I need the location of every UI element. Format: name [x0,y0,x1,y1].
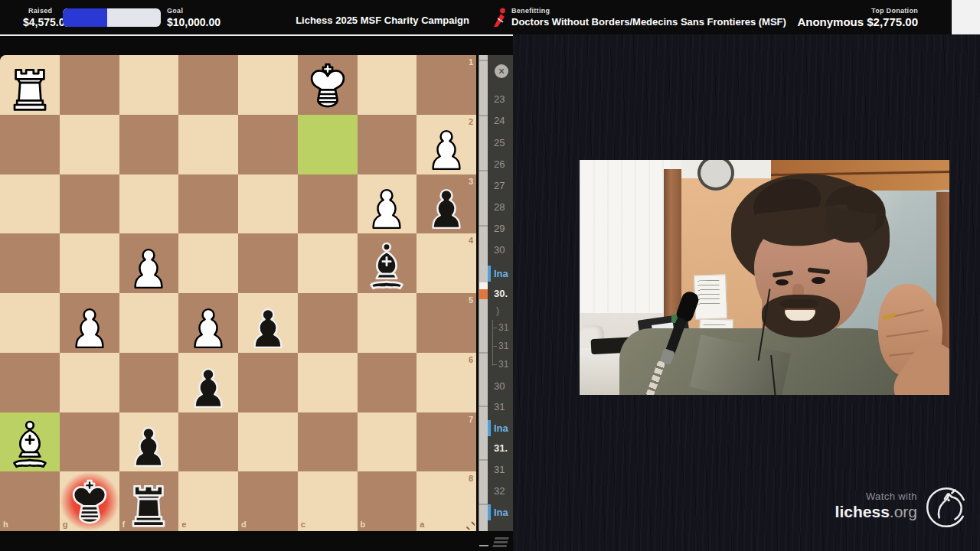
square-b5[interactable] [358,293,417,353]
file-label-h: h [3,520,8,529]
move-list-item[interactable]: 29 [494,222,505,236]
move-list-item[interactable]: 24 [494,114,505,128]
move-list-item[interactable]: 31 [494,400,505,414]
move-annotation-badge[interactable]: Ina [488,267,508,281]
square-e2[interactable] [178,115,238,174]
move-list-item[interactable]: 30 [494,243,505,257]
piece-white-pawn-a2[interactable] [422,122,471,171]
piece-white-king-c1[interactable] [300,59,355,114]
watermark-brand: lichess [835,503,890,520]
piece-white-pawn-g5[interactable] [65,300,114,349]
square-f5[interactable] [119,293,179,353]
move-list-item[interactable]: 31 [498,321,508,334]
square-e3[interactable] [178,174,238,234]
square-e7[interactable] [178,412,238,472]
square-h2[interactable] [0,115,60,174]
square-f1[interactable] [119,55,179,115]
square-d7[interactable] [238,412,298,472]
move-list-item[interactable]: 31. [494,442,508,455]
square-b2[interactable] [358,115,417,174]
raised-label: Raised [28,7,52,15]
square-a5[interactable]: 5 [416,293,476,353]
square-g2[interactable] [60,115,119,174]
square-f6[interactable] [119,353,179,412]
square-a1[interactable]: 1 [416,55,476,115]
square-g6[interactable] [60,353,119,412]
square-d3[interactable] [238,174,298,234]
move-list-item[interactable]: 32 [494,484,505,498]
campaign-title: Lichess 2025 MSF Charity Campaign [245,15,469,26]
square-b7[interactable] [358,412,417,472]
square-c5[interactable] [298,293,358,353]
piece-black-bishop-b4[interactable] [359,237,414,292]
square-g1[interactable] [60,55,119,115]
move-list-item[interactable]: 30 [494,380,505,393]
square-h4[interactable] [0,233,60,293]
square-e8[interactable]: e [178,471,238,531]
square-a4[interactable]: 4 [416,233,476,293]
square-c6[interactable] [298,353,358,412]
piece-black-pawn-d5[interactable] [243,300,292,349]
square-d2[interactable] [238,115,298,174]
square-d1[interactable] [238,55,298,115]
piece-white-pawn-e5[interactable] [184,300,233,349]
square-b8[interactable]: b [358,471,417,531]
move-list-item[interactable]: 26 [494,158,505,171]
top-donation-value: Anonymous $2,775.00 [797,15,918,28]
piece-black-pawn-a3[interactable] [422,181,471,230]
webcam-video [580,160,949,395]
move-list-item[interactable]: 31 [494,463,505,477]
square-c2[interactable] [298,115,358,174]
variation-line [492,320,493,366]
square-c7[interactable] [298,412,358,472]
piece-black-pawn-f7[interactable] [124,419,173,468]
piece-white-pawn-b3[interactable] [362,181,411,230]
square-d8[interactable]: d [238,471,298,531]
square-d4[interactable] [238,233,298,293]
move-list-item[interactable]: ) [496,304,499,318]
watermark-prefix: Watch with [796,491,917,502]
move-list-item[interactable]: 27 [494,179,505,193]
square-f3[interactable] [119,174,179,234]
square-c3[interactable] [298,174,358,234]
square-e4[interactable] [178,233,238,293]
piece-black-king-g8[interactable] [62,475,117,530]
move-annotation-badge[interactable]: Ina [488,506,508,520]
wall-paper-note [694,274,727,319]
chess-board[interactable]: a8bcdefgh7654321 [0,55,476,531]
piece-black-rook-f8[interactable] [121,475,176,530]
square-h5[interactable] [0,293,60,353]
analysis-move-panel: ✕ 2324252627282930Ina30.)3131313031Ina31… [488,55,513,531]
square-h8[interactable]: h [0,471,60,531]
move-list-item[interactable]: 28 [494,201,505,214]
square-f2[interactable] [119,115,179,174]
move-list-item[interactable]: 31 [498,357,508,371]
square-h3[interactable] [0,174,60,234]
move-list-item[interactable]: 31 [498,339,508,353]
square-g4[interactable] [60,233,119,293]
square-h6[interactable] [0,353,60,412]
move-list-item[interactable]: 25 [494,136,505,150]
square-c4[interactable] [298,233,358,293]
close-icon[interactable]: ✕ [495,64,508,78]
square-a7[interactable]: 7 [416,412,476,472]
square-a6[interactable]: 6 [416,353,476,412]
piece-white-bishop-h7[interactable] [2,416,57,471]
square-a8[interactable]: a8 [416,471,476,531]
donation-progress-bar [63,8,161,27]
piece-white-rook-h1[interactable] [2,59,57,114]
square-g7[interactable] [60,412,119,472]
square-b6[interactable] [358,353,417,412]
move-list-item[interactable]: 30. [494,287,508,301]
move-annotation-badge[interactable]: Ina [488,422,508,435]
square-d6[interactable] [238,353,298,412]
square-e1[interactable] [178,55,238,115]
piece-white-pawn-f4[interactable] [124,240,173,289]
rank-label-1: 1 [469,57,473,67]
square-g3[interactable] [60,174,119,234]
piece-black-pawn-e6[interactable] [184,360,233,409]
square-b1[interactable] [358,55,417,115]
square-c8[interactable]: c [298,471,358,531]
move-list-item[interactable]: 23 [494,93,505,106]
top-donation-label: Top Donation [871,7,918,15]
